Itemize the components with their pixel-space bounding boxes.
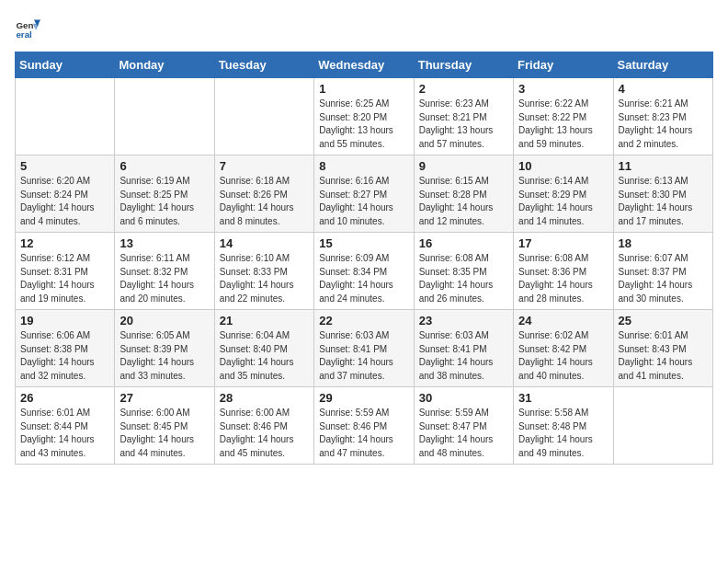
day-number: 24 (518, 314, 608, 327)
day-number: 19 (20, 314, 109, 327)
day-info: Sunrise: 6:08 AMSunset: 8:36 PMDaylight:… (518, 252, 608, 305)
calendar-day-cell: 21Sunrise: 6:04 AMSunset: 8:40 PMDayligh… (214, 310, 313, 387)
header: Gen eral (15, 15, 713, 40)
day-info: Sunrise: 6:16 AMSunset: 8:27 PMDaylight:… (319, 175, 408, 228)
day-number: 18 (619, 236, 708, 250)
calendar-day-cell: 18Sunrise: 6:07 AMSunset: 8:37 PMDayligh… (613, 233, 712, 310)
day-info: Sunrise: 6:22 AMSunset: 8:22 PMDaylight:… (518, 98, 608, 151)
logo: Gen eral (15, 15, 44, 40)
day-info: Sunrise: 6:15 AMSunset: 8:28 PMDaylight:… (419, 175, 508, 228)
day-info: Sunrise: 6:14 AMSunset: 8:29 PMDaylight:… (518, 175, 608, 228)
day-info: Sunrise: 6:25 AMSunset: 8:20 PMDaylight:… (319, 98, 408, 151)
calendar-day-cell: 28Sunrise: 6:00 AMSunset: 8:46 PMDayligh… (214, 387, 313, 465)
calendar-day-cell: 5Sunrise: 6:20 AMSunset: 8:24 PMDaylight… (16, 155, 115, 233)
calendar-day-cell: 2Sunrise: 6:23 AMSunset: 8:21 PMDaylight… (414, 78, 513, 155)
day-number: 22 (319, 314, 408, 327)
day-info: Sunrise: 6:02 AMSunset: 8:42 PMDaylight:… (518, 329, 608, 383)
day-info: Sunrise: 6:19 AMSunset: 8:25 PMDaylight:… (119, 175, 209, 228)
svg-text:eral: eral (16, 29, 32, 40)
day-info: Sunrise: 6:10 AMSunset: 8:33 PMDaylight:… (220, 252, 309, 305)
day-info: Sunrise: 5:58 AMSunset: 8:48 PMDaylight:… (518, 407, 608, 460)
day-number: 6 (119, 159, 209, 173)
day-number: 11 (619, 159, 708, 173)
calendar-day-cell: 17Sunrise: 6:08 AMSunset: 8:36 PMDayligh… (514, 233, 613, 310)
day-number: 17 (518, 236, 608, 250)
calendar-day-cell: 29Sunrise: 5:59 AMSunset: 8:46 PMDayligh… (314, 387, 414, 465)
day-info: Sunrise: 5:59 AMSunset: 8:47 PMDaylight:… (419, 407, 508, 460)
day-info: Sunrise: 6:18 AMSunset: 8:26 PMDaylight:… (220, 175, 309, 228)
day-number: 8 (319, 159, 408, 173)
calendar-day-cell: 11Sunrise: 6:13 AMSunset: 8:30 PMDayligh… (613, 155, 712, 233)
calendar-day-cell: 24Sunrise: 6:02 AMSunset: 8:42 PMDayligh… (514, 310, 613, 387)
calendar-day-cell: 6Sunrise: 6:19 AMSunset: 8:25 PMDaylight… (115, 155, 214, 233)
calendar-day-cell: 27Sunrise: 6:00 AMSunset: 8:45 PMDayligh… (115, 387, 214, 465)
day-number: 7 (220, 159, 309, 173)
calendar-day-cell: 31Sunrise: 5:58 AMSunset: 8:48 PMDayligh… (514, 387, 613, 465)
calendar-day-cell: 25Sunrise: 6:01 AMSunset: 8:43 PMDayligh… (613, 310, 712, 387)
calendar-day-cell: 30Sunrise: 5:59 AMSunset: 8:47 PMDayligh… (414, 387, 513, 465)
calendar-table: SundayMondayTuesdayWednesdayThursdayFrid… (15, 52, 713, 465)
day-number: 21 (220, 314, 309, 327)
calendar-day-cell: 4Sunrise: 6:21 AMSunset: 8:23 PMDaylight… (613, 78, 712, 155)
calendar-day-cell: 1Sunrise: 6:25 AMSunset: 8:20 PMDaylight… (314, 78, 414, 155)
calendar-day-cell: 12Sunrise: 6:12 AMSunset: 8:31 PMDayligh… (16, 233, 115, 310)
calendar-day-header: Sunday (16, 52, 115, 78)
day-info: Sunrise: 6:01 AMSunset: 8:44 PMDaylight:… (20, 407, 109, 460)
day-number: 2 (419, 82, 508, 96)
day-info: Sunrise: 6:13 AMSunset: 8:30 PMDaylight:… (619, 175, 708, 228)
calendar-week-row: 1Sunrise: 6:25 AMSunset: 8:20 PMDaylight… (16, 78, 713, 155)
calendar-day-cell: 7Sunrise: 6:18 AMSunset: 8:26 PMDaylight… (214, 155, 313, 233)
calendar-week-row: 26Sunrise: 6:01 AMSunset: 8:44 PMDayligh… (16, 387, 713, 465)
calendar-day-cell: 13Sunrise: 6:11 AMSunset: 8:32 PMDayligh… (115, 233, 214, 310)
day-info: Sunrise: 6:01 AMSunset: 8:43 PMDaylight:… (619, 329, 708, 383)
day-number: 26 (20, 391, 109, 405)
calendar-day-cell: 22Sunrise: 6:03 AMSunset: 8:41 PMDayligh… (314, 310, 414, 387)
day-info: Sunrise: 6:21 AMSunset: 8:23 PMDaylight:… (619, 98, 708, 151)
calendar-day-header: Saturday (613, 52, 712, 78)
calendar-day-header: Friday (514, 52, 613, 78)
day-number: 1 (319, 82, 408, 96)
calendar-day-header: Thursday (414, 52, 513, 78)
calendar-day-cell (16, 78, 115, 155)
day-number: 12 (20, 236, 109, 250)
calendar-header-row: SundayMondayTuesdayWednesdayThursdayFrid… (16, 52, 713, 78)
day-number: 14 (220, 236, 309, 250)
calendar-day-cell: 23Sunrise: 6:03 AMSunset: 8:41 PMDayligh… (414, 310, 513, 387)
day-number: 28 (220, 391, 309, 405)
day-info: Sunrise: 6:07 AMSunset: 8:37 PMDaylight:… (619, 252, 708, 305)
day-number: 20 (119, 314, 209, 327)
day-number: 16 (419, 236, 508, 250)
day-info: Sunrise: 5:59 AMSunset: 8:46 PMDaylight:… (319, 407, 408, 460)
day-info: Sunrise: 6:08 AMSunset: 8:35 PMDaylight:… (419, 252, 508, 305)
day-info: Sunrise: 6:04 AMSunset: 8:40 PMDaylight:… (220, 329, 309, 383)
calendar-day-cell: 10Sunrise: 6:14 AMSunset: 8:29 PMDayligh… (514, 155, 613, 233)
day-number: 25 (619, 314, 708, 327)
day-info: Sunrise: 6:06 AMSunset: 8:38 PMDaylight:… (20, 329, 109, 383)
calendar-day-cell: 26Sunrise: 6:01 AMSunset: 8:44 PMDayligh… (16, 387, 115, 465)
day-info: Sunrise: 6:03 AMSunset: 8:41 PMDaylight:… (319, 329, 408, 383)
calendar-day-cell (214, 78, 313, 155)
calendar-day-header: Wednesday (314, 52, 414, 78)
day-number: 9 (419, 159, 508, 173)
calendar-week-row: 19Sunrise: 6:06 AMSunset: 8:38 PMDayligh… (16, 310, 713, 387)
day-number: 27 (119, 391, 209, 405)
day-info: Sunrise: 6:03 AMSunset: 8:41 PMDaylight:… (419, 329, 508, 383)
calendar-week-row: 12Sunrise: 6:12 AMSunset: 8:31 PMDayligh… (16, 233, 713, 310)
calendar-day-cell (613, 387, 712, 465)
calendar-week-row: 5Sunrise: 6:20 AMSunset: 8:24 PMDaylight… (16, 155, 713, 233)
calendar-day-cell: 3Sunrise: 6:22 AMSunset: 8:22 PMDaylight… (514, 78, 613, 155)
day-info: Sunrise: 6:09 AMSunset: 8:34 PMDaylight:… (319, 252, 408, 305)
day-info: Sunrise: 6:05 AMSunset: 8:39 PMDaylight:… (119, 329, 209, 383)
day-info: Sunrise: 6:12 AMSunset: 8:31 PMDaylight:… (20, 252, 109, 305)
calendar-day-header: Monday (115, 52, 214, 78)
day-number: 15 (319, 236, 408, 250)
day-info: Sunrise: 6:20 AMSunset: 8:24 PMDaylight:… (20, 175, 109, 228)
calendar-day-cell (115, 78, 214, 155)
calendar-day-header: Tuesday (214, 52, 313, 78)
svg-marker-3 (33, 24, 40, 30)
calendar-day-cell: 9Sunrise: 6:15 AMSunset: 8:28 PMDaylight… (414, 155, 513, 233)
day-number: 10 (518, 159, 608, 173)
calendar-day-cell: 16Sunrise: 6:08 AMSunset: 8:35 PMDayligh… (414, 233, 513, 310)
calendar-day-cell: 20Sunrise: 6:05 AMSunset: 8:39 PMDayligh… (115, 310, 214, 387)
calendar-day-cell: 15Sunrise: 6:09 AMSunset: 8:34 PMDayligh… (314, 233, 414, 310)
